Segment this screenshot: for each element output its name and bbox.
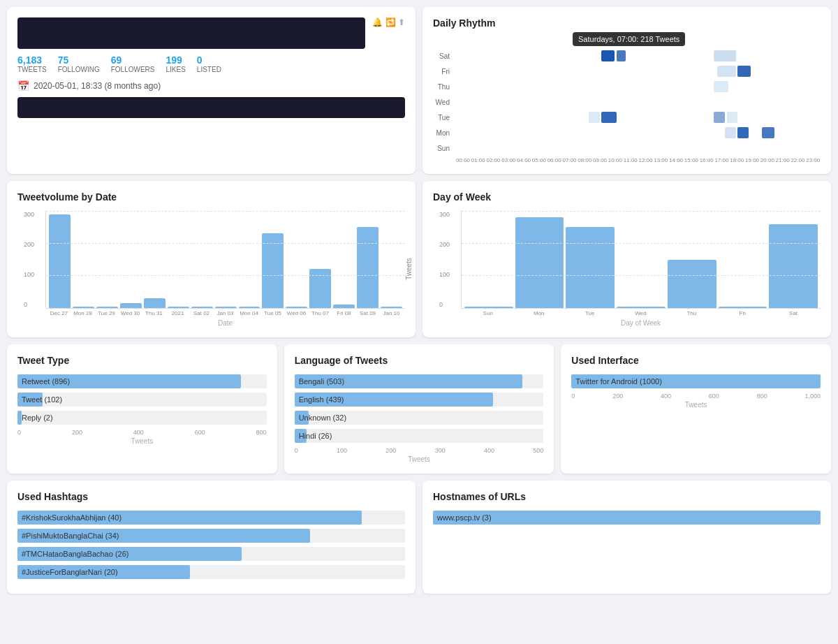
hbar-row: Tweet (102) xyxy=(17,393,267,407)
rhythm-x-label: 03:00 xyxy=(501,157,516,163)
rhythm-cell xyxy=(589,112,600,123)
dashboard: 🔔 🔁 ⬆ 6,183TWEETS75FOLLOWING69FOLLOWERS1… xyxy=(7,7,831,594)
stat-value: 0 xyxy=(197,54,221,66)
hbar-row: #PishiMuktoBanglaChai (34) xyxy=(17,529,405,543)
rhythm-cell xyxy=(727,112,738,123)
rhythm-x-label: 01:00 xyxy=(471,157,486,163)
rhythm-cell xyxy=(714,81,728,92)
rhythm-x-label: 09:00 xyxy=(592,157,608,163)
profile-bottom-banner xyxy=(17,97,405,118)
bar-x-label: Fri 08 xyxy=(333,310,355,316)
hbar-x-label: 0 xyxy=(295,447,298,454)
y-label: 100 xyxy=(24,271,34,278)
hbar-x-label: 800 xyxy=(757,393,767,400)
bar xyxy=(566,227,615,308)
rhythm-row: Thu xyxy=(433,80,821,93)
hbar-track: #JusticeForBanglarNari (20) xyxy=(17,565,405,579)
bar xyxy=(617,307,666,308)
rhythm-x-label: 18:00 xyxy=(729,157,744,163)
hbar-row: Unknown (32) xyxy=(295,411,544,425)
dow-x-labels: SunMonTueWedThuFriSat xyxy=(461,309,821,318)
y-label: 0 xyxy=(24,301,34,308)
hbar-fill: English (439) xyxy=(295,393,494,407)
bar xyxy=(515,217,564,308)
rhythm-x-label: 12:00 xyxy=(638,157,654,163)
language-x-axis: 0100200300400500 xyxy=(295,447,544,454)
rhythm-x-label: 10:00 xyxy=(608,157,623,163)
hbar-x-label: 400 xyxy=(661,393,671,400)
bar xyxy=(357,227,378,308)
tweetvolume-chart-wrapper: Tweets 3002001000 Dec 27Mon 28Tue 29Wed … xyxy=(17,211,405,327)
hbar-track: English (439) xyxy=(295,393,544,407)
stat-item: 199LIKES xyxy=(166,54,185,73)
bar-x-label: Tue 29 xyxy=(96,310,117,316)
rhythm-cells xyxy=(453,142,821,154)
hbar-track: Hindi (26) xyxy=(295,429,544,443)
stat-label: FOLLOWERS xyxy=(111,66,155,73)
rhythm-cell xyxy=(601,112,616,123)
stat-item: 69FOLLOWERS xyxy=(111,54,155,73)
hbar-x-label: 0 xyxy=(571,393,575,400)
hbar-fill: Unknown (32) xyxy=(295,411,309,425)
hbar-fill: Hindi (26) xyxy=(295,429,307,443)
rhythm-x-label: 14:00 xyxy=(668,157,684,163)
bar-x-label: Sat 02 xyxy=(191,310,212,316)
stat-label: FOLLOWING xyxy=(58,66,100,73)
profile-card: 🔔 🔁 ⬆ 6,183TWEETS75FOLLOWING69FOLLOWERS1… xyxy=(7,7,416,174)
tweetvolume-card: Tweetvolume by Date Tweets 3002001000 De… xyxy=(7,181,416,337)
calendar-icon: 📅 xyxy=(17,80,29,92)
bar-x-label: Mon 28 xyxy=(72,310,94,316)
rhythm-x-label: 21:00 xyxy=(775,157,791,163)
stat-value: 69 xyxy=(111,54,155,66)
stat-item: 75FOLLOWING xyxy=(58,54,100,73)
profile-stats: 6,183TWEETS75FOLLOWING69FOLLOWERS199LIKE… xyxy=(17,54,405,73)
dow-y-title: Tweets xyxy=(405,258,413,280)
hbar-track: Reply (2) xyxy=(17,411,267,425)
bar-x-label: Mon xyxy=(515,310,564,316)
hbar-fill: #TMCHataoBanglaBachao (26) xyxy=(17,547,242,561)
language-x-title: Tweets xyxy=(295,455,544,463)
hbar-row: #JusticeForBanglarNari (20) xyxy=(17,565,405,579)
bar xyxy=(381,307,402,308)
y-label: 300 xyxy=(439,211,450,218)
hbar-x-label: 200 xyxy=(72,429,82,436)
rhythm-row: Tue xyxy=(433,111,821,124)
stat-item: 0LISTED xyxy=(197,54,221,73)
rhythm-cells xyxy=(453,81,821,92)
hbar-x-label: 400 xyxy=(133,429,144,436)
hbar-track: Retweet (896) xyxy=(17,374,267,388)
hbar-row: #KrishokSurokhaAbhijan (40) xyxy=(17,511,405,525)
bar-x-label: Jan 10 xyxy=(381,310,402,316)
rhythm-x-label: 16:00 xyxy=(699,157,714,163)
bar-x-label: Fri xyxy=(718,310,767,316)
dow-bar-chart: 3002001000 xyxy=(461,211,821,309)
hostnames-card: Hostnames of URLs www.pscp.tv (3) xyxy=(422,481,831,594)
stat-label: TWEETS xyxy=(17,66,47,73)
y-label: 200 xyxy=(439,241,450,248)
hashtags-bars: #KrishokSurokhaAbhijan (40)#PishiMuktoBa… xyxy=(17,511,405,579)
interface-title: Used Interface xyxy=(571,355,821,366)
language-bars: Bengali (503)English (439)Unknown (32)Hi… xyxy=(295,374,544,443)
stat-label: LISTED xyxy=(197,66,221,73)
rhythm-cell xyxy=(717,66,735,77)
rhythm-x-label: 00:00 xyxy=(455,157,471,163)
bar xyxy=(239,307,260,308)
rhythm-cell xyxy=(762,127,774,138)
bar-x-label: Thu 31 xyxy=(143,310,165,316)
hbar-fill: #KrishokSurokhaAbhijan (40) xyxy=(17,511,362,525)
rhythm-day-label: Tue xyxy=(433,114,453,122)
rhythm-row: Mon xyxy=(433,126,821,139)
hbar-row: Retweet (896) xyxy=(17,374,267,388)
rhythm-x-label: 04:00 xyxy=(516,157,531,163)
rhythm-x-label: 11:00 xyxy=(623,157,638,163)
bar-x-label: Sat xyxy=(769,310,818,316)
rhythm-cell xyxy=(737,127,749,138)
bar-x-label: Mon 04 xyxy=(238,310,260,316)
hbar-fill: Twitter for Android (1000) xyxy=(571,374,821,388)
interface-x-axis: 02004006008001,000 xyxy=(571,393,821,400)
hbar-track: #TMCHataoBanglaBachao (26) xyxy=(17,547,405,561)
bar-x-label: Jan 03 xyxy=(214,310,236,316)
hbar-x-label: 0 xyxy=(17,429,21,436)
y-label: 100 xyxy=(439,271,450,278)
rhythm-cells xyxy=(453,127,821,138)
